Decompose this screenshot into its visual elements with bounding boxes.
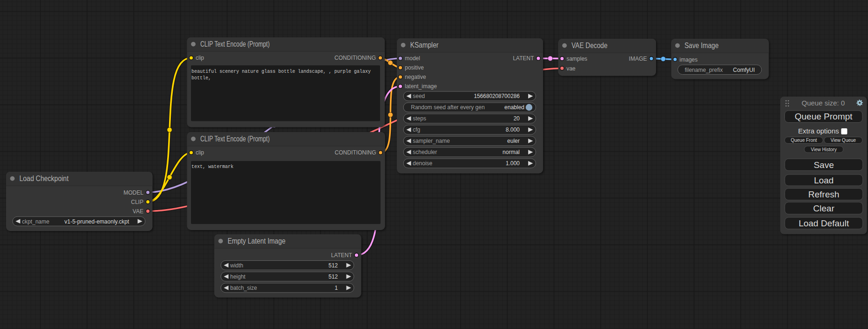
svg-text:VAE Decode: VAE Decode [572, 41, 607, 49]
svg-text:View History: View History [811, 147, 837, 152]
svg-text:beautiful scenery nature glass: beautiful scenery nature glass bottle la… [191, 69, 371, 74]
svg-text:KSampler: KSampler [410, 41, 439, 49]
svg-text:CONDITIONING: CONDITIONING [335, 149, 376, 156]
svg-text:512: 512 [328, 273, 338, 280]
svg-text:Random seed after every gen: Random seed after every gen [411, 104, 485, 111]
svg-text:vae: vae [566, 65, 576, 72]
svg-text:steps: steps [413, 115, 426, 122]
svg-text:scheduler: scheduler [413, 149, 437, 155]
svg-text:seed: seed [413, 93, 425, 99]
svg-text:cfg: cfg [413, 126, 420, 133]
svg-text:negative: negative [405, 74, 426, 80]
svg-text:LATENT: LATENT [513, 55, 534, 62]
svg-text:Queue Prompt: Queue Prompt [795, 112, 853, 121]
svg-text:Load Default: Load Default [798, 218, 849, 228]
svg-text:ComfyUI: ComfyUI [733, 67, 755, 73]
svg-text:latent_image: latent_image [405, 83, 437, 90]
svg-text:Extra options: Extra options [798, 127, 839, 135]
svg-text:8.000: 8.000 [506, 126, 520, 133]
svg-text:Queue size: 0: Queue size: 0 [802, 99, 845, 107]
svg-text:Empty Latent Image: Empty Latent Image [228, 237, 286, 245]
svg-text:CLIP: CLIP [131, 199, 144, 205]
svg-text:1.000: 1.000 [506, 160, 520, 167]
svg-text:Save: Save [814, 160, 834, 170]
svg-text:bottle,: bottle, [191, 76, 211, 81]
svg-text:v1-5-pruned-emaonly.ckpt: v1-5-pruned-emaonly.ckpt [64, 218, 129, 225]
svg-text:Load Checkpoint: Load Checkpoint [20, 174, 69, 182]
svg-text:Clear: Clear [813, 203, 835, 213]
svg-text:denoise: denoise [413, 160, 432, 167]
svg-text:VAE: VAE [133, 208, 143, 215]
svg-text:filename_prefix: filename_prefix [685, 67, 723, 73]
svg-text:20: 20 [514, 115, 520, 122]
svg-text:CLIP Text Encode (Prompt): CLIP Text Encode (Prompt) [200, 40, 270, 48]
svg-text:clip: clip [196, 55, 204, 61]
svg-text:euler: euler [507, 138, 520, 144]
svg-text:Load: Load [814, 175, 833, 185]
svg-text:batch_size: batch_size [230, 285, 257, 291]
svg-text:CONDITIONING: CONDITIONING [334, 55, 376, 61]
svg-text:View Queue: View Queue [831, 138, 856, 143]
svg-text:Refresh: Refresh [808, 189, 840, 199]
svg-text:enabled: enabled [504, 104, 524, 111]
svg-text:LATENT: LATENT [331, 252, 353, 259]
svg-text:sampler_name: sampler_name [413, 138, 450, 144]
svg-text:CLIP Text Encode (Prompt): CLIP Text Encode (Prompt) [200, 134, 270, 143]
svg-text:Queue Front: Queue Front [790, 138, 817, 143]
svg-text:width: width [230, 262, 243, 269]
svg-text:512: 512 [328, 262, 338, 269]
svg-text:MODEL: MODEL [124, 189, 144, 196]
svg-text:text, watermark: text, watermark [191, 164, 233, 169]
svg-text:1: 1 [335, 285, 338, 291]
svg-text:156680208700286: 156680208700286 [474, 93, 520, 99]
svg-text:ckpt_name: ckpt_name [22, 218, 49, 225]
svg-text:samples: samples [566, 56, 587, 62]
svg-text:clip: clip [196, 149, 204, 156]
svg-text:model: model [405, 55, 420, 62]
svg-text:height: height [230, 273, 246, 280]
svg-text:positive: positive [405, 64, 424, 71]
svg-text:Save Image: Save Image [685, 41, 719, 49]
svg-text:normal: normal [502, 149, 520, 155]
svg-text:IMAGE: IMAGE [629, 56, 647, 62]
svg-text:images: images [679, 56, 698, 63]
